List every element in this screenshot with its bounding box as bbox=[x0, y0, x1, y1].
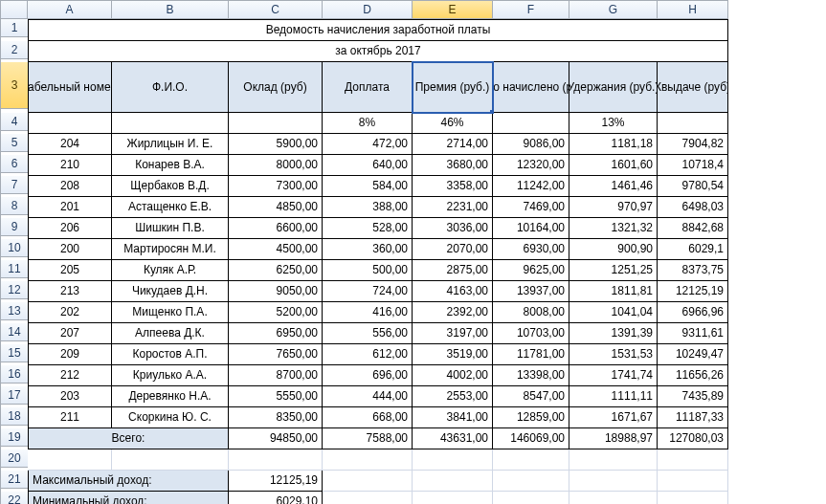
row-header-10[interactable]: 10 bbox=[1, 239, 29, 257]
cell-r6-F[interactable]: 12320,00 bbox=[493, 155, 569, 176]
cell-r18-D[interactable]: 668,00 bbox=[323, 407, 413, 428]
col-header-C[interactable]: C bbox=[229, 1, 323, 19]
col-header-H[interactable]: H bbox=[658, 1, 728, 19]
col-header-D[interactable]: D bbox=[323, 1, 413, 19]
cell-r20-A[interactable] bbox=[28, 449, 112, 471]
cell-r13-B[interactable]: Мищенко П.А. bbox=[112, 302, 229, 323]
cell-r14-F[interactable]: 10703,00 bbox=[493, 323, 569, 344]
row-header-14[interactable]: 14 bbox=[1, 323, 29, 341]
cell-r12-A[interactable]: 213 bbox=[28, 281, 112, 302]
cell-r6-D[interactable]: 640,00 bbox=[323, 155, 413, 176]
cell-r14-D[interactable]: 556,00 bbox=[323, 323, 413, 344]
summary-val-1[interactable]: 6029,10 bbox=[229, 492, 323, 504]
cell-r5-A[interactable]: 204 bbox=[28, 134, 112, 155]
totals-C[interactable]: 94850,00 bbox=[229, 428, 323, 449]
row-header-1[interactable]: 1 bbox=[1, 19, 29, 37]
row-header-2[interactable]: 2 bbox=[1, 41, 29, 59]
col-header-A[interactable]: A bbox=[28, 1, 112, 19]
cell-r10-D[interactable]: 360,00 bbox=[323, 239, 413, 260]
col-header-F[interactable]: F bbox=[493, 1, 569, 19]
row-header-19[interactable]: 19 bbox=[1, 428, 29, 447]
cell-r22-E[interactable] bbox=[413, 492, 493, 504]
cell-r9-G[interactable]: 1321,32 bbox=[569, 218, 658, 239]
cell-r18-H[interactable]: 11187,33 bbox=[658, 407, 728, 428]
col-header-E[interactable]: E bbox=[413, 1, 493, 19]
cell-r20-C[interactable] bbox=[229, 449, 323, 471]
cell-r15-A[interactable]: 209 bbox=[28, 344, 112, 365]
cell-r12-E[interactable]: 4163,00 bbox=[413, 281, 493, 302]
cell-r10-H[interactable]: 6029,1 bbox=[658, 239, 728, 260]
cell-r12-D[interactable]: 724,00 bbox=[323, 281, 413, 302]
select-all-corner[interactable] bbox=[1, 1, 28, 19]
cell-r10-G[interactable]: 900,90 bbox=[569, 239, 658, 260]
header-D[interactable]: Доплата bbox=[323, 62, 413, 113]
cell-r7-B[interactable]: Щербаков В.Д. bbox=[112, 176, 229, 197]
cell-r6-A[interactable]: 210 bbox=[28, 155, 112, 176]
cell-r17-E[interactable]: 2553,00 bbox=[413, 386, 493, 407]
percent-F[interactable] bbox=[493, 113, 569, 134]
cell-r13-G[interactable]: 1041,04 bbox=[569, 302, 658, 323]
cell-r16-G[interactable]: 1741,74 bbox=[569, 365, 658, 386]
cell-r10-B[interactable]: Мартиросян М.И. bbox=[112, 239, 229, 260]
row-header-4[interactable]: 4 bbox=[1, 113, 29, 131]
cell-r15-H[interactable]: 10249,47 bbox=[658, 344, 728, 365]
cell-r16-C[interactable]: 8700,00 bbox=[229, 365, 323, 386]
cell-r8-H[interactable]: 6498,03 bbox=[658, 197, 728, 218]
cell-r13-D[interactable]: 416,00 bbox=[323, 302, 413, 323]
cell-r16-A[interactable]: 212 bbox=[28, 365, 112, 386]
cell-r7-E[interactable]: 3358,00 bbox=[413, 176, 493, 197]
cell-r12-H[interactable]: 12125,19 bbox=[658, 281, 728, 302]
cell-r17-C[interactable]: 5550,00 bbox=[229, 386, 323, 407]
percent-H[interactable] bbox=[658, 113, 728, 134]
cell-r16-H[interactable]: 11656,26 bbox=[658, 365, 728, 386]
percent-E[interactable]: 46% bbox=[413, 113, 493, 134]
cell-r5-C[interactable]: 5900,00 bbox=[229, 134, 323, 155]
cell-r17-D[interactable]: 444,00 bbox=[323, 386, 413, 407]
cell-r7-H[interactable]: 9780,54 bbox=[658, 176, 728, 197]
cell-r7-D[interactable]: 584,00 bbox=[323, 176, 413, 197]
cell-r11-D[interactable]: 500,00 bbox=[323, 260, 413, 281]
col-header-G[interactable]: G bbox=[569, 1, 658, 19]
cell-r9-D[interactable]: 528,00 bbox=[323, 218, 413, 239]
cell-r11-F[interactable]: 9625,00 bbox=[493, 260, 569, 281]
row-header-16[interactable]: 16 bbox=[1, 365, 29, 383]
header-C[interactable]: Оклад (руб) bbox=[229, 62, 323, 113]
cell-r18-E[interactable]: 3841,00 bbox=[413, 407, 493, 428]
row-header-5[interactable]: 5 bbox=[1, 134, 29, 152]
row-header-21[interactable]: 21 bbox=[1, 471, 29, 489]
cell-r22-D[interactable] bbox=[323, 492, 413, 504]
cell-r12-C[interactable]: 9050,00 bbox=[229, 281, 323, 302]
cell-r21-D[interactable] bbox=[323, 471, 413, 492]
cell-r9-C[interactable]: 6600,00 bbox=[229, 218, 323, 239]
percent-D[interactable]: 8% bbox=[323, 113, 413, 134]
cell-r20-G[interactable] bbox=[569, 449, 658, 471]
cell-r7-A[interactable]: 208 bbox=[28, 176, 112, 197]
cell-r13-H[interactable]: 6966,96 bbox=[658, 302, 728, 323]
cell-r22-G[interactable] bbox=[569, 492, 658, 504]
cell-r21-G[interactable] bbox=[569, 471, 658, 492]
cell-r8-F[interactable]: 7469,00 bbox=[493, 197, 569, 218]
cell-r5-F[interactable]: 9086,00 bbox=[493, 134, 569, 155]
cell-r15-B[interactable]: Коростов А.П. bbox=[112, 344, 229, 365]
cell-r8-C[interactable]: 4850,00 bbox=[229, 197, 323, 218]
row-header-13[interactable]: 13 bbox=[1, 302, 29, 320]
cell-r17-H[interactable]: 7435,89 bbox=[658, 386, 728, 407]
cell-r21-E[interactable] bbox=[413, 471, 493, 492]
cell-r14-H[interactable]: 9311,61 bbox=[658, 323, 728, 344]
row-header-22[interactable]: 22 bbox=[1, 492, 29, 504]
cell-r20-H[interactable] bbox=[658, 449, 728, 471]
cell-r16-F[interactable]: 13398,00 bbox=[493, 365, 569, 386]
spreadsheet-grid[interactable]: ABCDEFGH1Ведомость начисления заработной… bbox=[0, 0, 728, 504]
totals-D[interactable]: 7588,00 bbox=[323, 428, 413, 449]
cell-r15-F[interactable]: 11781,00 bbox=[493, 344, 569, 365]
cell-r20-F[interactable] bbox=[493, 449, 569, 471]
cell-r5-H[interactable]: 7904,82 bbox=[658, 134, 728, 155]
cell-r9-E[interactable]: 3036,00 bbox=[413, 218, 493, 239]
cell-r13-A[interactable]: 202 bbox=[28, 302, 112, 323]
cell-r14-G[interactable]: 1391,39 bbox=[569, 323, 658, 344]
row-header-20[interactable]: 20 bbox=[1, 449, 29, 468]
cell-r9-F[interactable]: 10164,00 bbox=[493, 218, 569, 239]
row-header-9[interactable]: 9 bbox=[1, 218, 29, 236]
cell-r5-E[interactable]: 2714,00 bbox=[413, 134, 493, 155]
cell-r18-C[interactable]: 8350,00 bbox=[229, 407, 323, 428]
